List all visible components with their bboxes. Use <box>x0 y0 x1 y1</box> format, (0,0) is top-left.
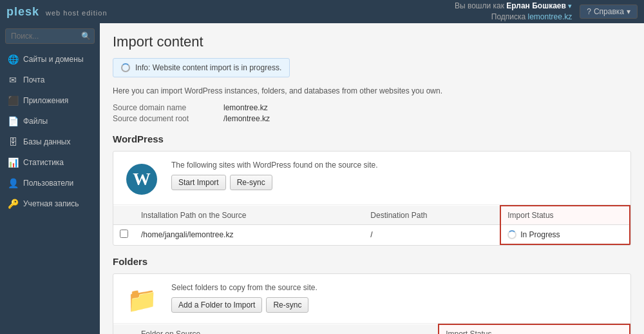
question-icon: ? <box>587 7 591 16</box>
folders-table: Folder on Source Import Status /home/jan… <box>113 324 630 334</box>
user-label: Вы вошли как <box>455 1 504 10</box>
wp-resync-button[interactable]: Re-sync <box>230 175 272 190</box>
wp-row-checkbox <box>113 225 135 245</box>
subscription-name: lemontree.kz <box>528 12 573 21</box>
source-domain-label: Source domain name <box>113 103 216 112</box>
sidebar-item-mail[interactable]: ✉ Почта <box>0 70 100 90</box>
status-spinner-wp <box>507 230 516 239</box>
source-docroot-label: Source document root <box>113 114 216 123</box>
help-button[interactable]: ? Справка ▾ <box>580 5 638 19</box>
sidebar-item-sites[interactable]: 🌐 Сайты и домены <box>0 49 100 70</box>
wordpress-desc: The following sites with WordPress found… <box>171 161 621 170</box>
help-chevron-icon: ▾ <box>627 7 630 16</box>
sidebar-item-stats[interactable]: 📊 Статистика <box>0 152 100 173</box>
topbar-right: Вы вошли как Ерлан Бошкаев ▾ Подписка le… <box>455 1 638 23</box>
search-box: 🔍 <box>0 23 100 49</box>
subscription-label: Подписка <box>491 12 526 21</box>
layout: 🔍 🌐 Сайты и домены ✉ Почта ⬛ Приложения … <box>0 23 644 334</box>
wp-th-checkbox <box>113 206 135 225</box>
sidebar-item-stats-label: Статистика <box>23 158 64 167</box>
source-docroot-row: Source document root /lemontree.kz <box>113 114 631 123</box>
help-label: Справка <box>594 7 624 16</box>
folders-body: Select folders to copy from the source s… <box>171 283 621 314</box>
folders-content: 📁 Select folders to copy from the source… <box>113 274 630 324</box>
page-title: Import content <box>113 34 631 50</box>
search-icon: 🔍 <box>81 32 91 41</box>
source-domain-value: lemontree.kz <box>223 103 268 112</box>
wordpress-table-header: Installation Path on the Source Destinat… <box>113 206 630 225</box>
info-banner-text: Info: Website content import is in progr… <box>135 63 281 72</box>
wp-checkbox-1[interactable] <box>120 230 128 238</box>
wordpress-icon: W <box>126 163 158 195</box>
user-name: Ерлан Бошкаев <box>506 1 566 10</box>
folders-section-title: Folders <box>113 256 631 267</box>
globe-icon: 🌐 <box>8 54 18 64</box>
wordpress-section: W The following sites with WordPress fou… <box>113 151 631 246</box>
sidebar-item-sites-label: Сайты и домены <box>23 55 84 64</box>
svg-text:W: W <box>133 169 151 189</box>
sidebar-item-databases-label: Базы данных <box>23 137 70 146</box>
table-row: /home/jangali/lemontree.kz / In Progress <box>113 225 630 245</box>
folders-table-header: Folder on Source Import Status <box>113 324 630 334</box>
wordpress-content: W The following sites with WordPress fou… <box>113 152 630 205</box>
sidebar-item-apps[interactable]: ⬛ Приложения <box>0 90 100 111</box>
stats-icon: 📊 <box>8 157 18 168</box>
wp-row-path: /home/jangali/lemontree.kz <box>135 225 364 245</box>
sidebar-item-users[interactable]: 👤 Пользователи <box>0 173 100 193</box>
databases-icon: 🗄 <box>8 137 18 147</box>
folders-section: 📁 Select folders to copy from the source… <box>113 273 631 334</box>
sidebar-item-apps-label: Приложения <box>23 96 68 105</box>
info-banner: Info: Website content import is in progr… <box>113 58 290 77</box>
folders-desc: Select folders to copy from the source s… <box>171 283 621 292</box>
folder-icon-wrapper: 📁 <box>122 283 161 314</box>
dropdown-icon[interactable]: ▾ <box>568 2 572 10</box>
sidebar-item-files-label: Файлы <box>23 117 48 126</box>
topbar: plesk web host edition Вы вошли как Ерла… <box>0 0 644 23</box>
wp-status-cell: In Progress <box>507 230 623 239</box>
sidebar-item-account-label: Учетная запись <box>23 199 79 208</box>
wordpress-section-title: WordPress <box>113 133 631 144</box>
source-info: Source domain name lemontree.kz Source d… <box>113 103 631 123</box>
wordpress-btn-group: Start Import Re-sync <box>171 175 621 190</box>
sidebar-item-account[interactable]: 🔑 Учетная запись <box>0 193 100 214</box>
plesk-logo: plesk web host edition <box>6 5 108 19</box>
users-icon: 👤 <box>8 178 18 188</box>
wp-th-installation-path: Installation Path on the Source <box>135 206 364 225</box>
sidebar-item-databases[interactable]: 🗄 Базы данных <box>0 132 100 152</box>
loading-spinner <box>121 63 130 72</box>
folder-th-import-status: Import Status <box>439 324 630 334</box>
wordpress-body: The following sites with WordPress found… <box>171 161 621 195</box>
wordpress-table: Installation Path on the Source Destinat… <box>113 205 630 245</box>
main-content: Import content Info: Website content imp… <box>100 23 644 334</box>
sidebar-item-files[interactable]: 📄 Файлы <box>0 111 100 132</box>
folders-btn-group: Add a Folder to Import Re-sync <box>171 297 621 313</box>
apps-icon: ⬛ <box>8 95 18 106</box>
search-wrapper: 🔍 <box>5 28 95 44</box>
edition-label: web host edition <box>46 9 108 17</box>
sidebar: 🔍 🌐 Сайты и домены ✉ Почта ⬛ Приложения … <box>0 23 100 334</box>
topbar-user: Вы вошли как Ерлан Бошкаев ▾ Подписка le… <box>455 1 572 23</box>
mail-icon: ✉ <box>8 75 18 85</box>
wp-th-destination-path: Destination Path <box>364 206 500 225</box>
sidebar-item-mail-label: Почта <box>23 75 44 84</box>
wp-status-label: In Progress <box>520 230 560 239</box>
folder-th-folder: Folder on Source <box>135 324 439 334</box>
folder-resync-button[interactable]: Re-sync <box>266 297 308 313</box>
wp-row-status: In Progress <box>500 225 630 245</box>
files-icon: 📄 <box>8 116 18 126</box>
wp-th-import-status: Import Status <box>500 206 630 225</box>
folder-th-checkbox <box>113 324 135 334</box>
page-description: Here you can import WordPress instances,… <box>113 86 631 95</box>
add-folder-button[interactable]: Add a Folder to Import <box>171 297 262 313</box>
wordpress-icon-wrapper: W <box>122 161 161 195</box>
wp-row-destination: / <box>364 225 500 245</box>
sidebar-item-users-label: Пользователи <box>23 179 73 188</box>
source-domain-row: Source domain name lemontree.kz <box>113 103 631 112</box>
account-icon: 🔑 <box>8 199 18 209</box>
topbar-left: plesk web host edition <box>6 5 108 19</box>
folder-icon: 📁 <box>127 286 157 314</box>
start-import-button[interactable]: Start Import <box>171 175 226 190</box>
source-docroot-value: /lemontree.kz <box>223 114 270 123</box>
